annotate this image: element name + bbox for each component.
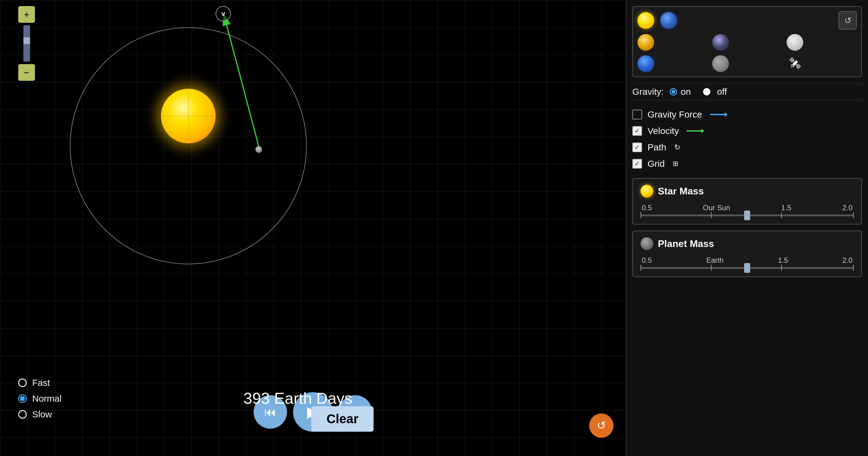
gravity-label: Gravity: — [632, 87, 663, 97]
star-body[interactable] — [161, 89, 216, 143]
grid-label: Grid — [648, 159, 665, 169]
body-option-star2[interactable] — [638, 34, 654, 51]
speed-controls: Fast Normal Slow — [18, 377, 62, 420]
gravity-on-radio[interactable] — [670, 88, 677, 95]
path-icon: ↻ — [674, 143, 680, 152]
planet-mass-track — [641, 267, 854, 269]
zoom-slider[interactable] — [23, 25, 30, 62]
body-option-earth2[interactable] — [638, 55, 654, 72]
gravity-on-label: on — [681, 87, 691, 97]
selected-bodies — [638, 12, 677, 29]
zoom-slider-thumb[interactable] — [23, 37, 30, 44]
star-mass-icon — [641, 185, 653, 197]
clear-button[interactable]: Clear — [311, 406, 374, 432]
velocity-vector — [0, 0, 626, 456]
reset-icon: ↺ — [597, 419, 606, 432]
reset-button[interactable]: ↺ — [589, 414, 614, 438]
speed-normal-radio[interactable] — [18, 394, 27, 403]
path-row: ✓ Path ↻ — [632, 142, 862, 153]
path-checkbox[interactable]: ✓ — [632, 143, 642, 152]
checkboxes-section: Gravity Force ✓ Velocity ✓ Path ↻ ✓ Grid… — [632, 106, 862, 172]
planet-mass-section: Planet Mass 0.5 Earth 1.5 2.0 — [632, 231, 862, 277]
gravity-off-radio[interactable] — [703, 88, 710, 95]
body-selector: ↺ 🛰 — [632, 6, 862, 77]
planet-mass-icon — [641, 237, 653, 250]
gravity-force-row: Gravity Force — [632, 110, 862, 120]
star-mass-label: Star Mass — [658, 186, 704, 197]
grid-row: ✓ Grid ⊞ — [632, 159, 862, 169]
speed-normal[interactable]: Normal — [18, 393, 62, 404]
body-option-moon2[interactable] — [712, 55, 729, 72]
sun-selected-icon[interactable] — [638, 12, 654, 29]
speed-fast-label: Fast — [32, 377, 50, 388]
star-mass-section: Star Mass 0.5 Our Sun 1.5 2.0 — [632, 178, 862, 224]
velocity-label: v — [216, 6, 231, 21]
gravity-section: Gravity: on off — [632, 83, 862, 100]
gravity-off-group[interactable]: off — [703, 87, 727, 97]
gravity-on-group[interactable]: on — [670, 87, 691, 97]
body-option-moon1[interactable] — [786, 34, 803, 51]
planet-body[interactable] — [255, 146, 262, 153]
speed-slow[interactable]: Slow — [18, 409, 62, 420]
orbit-path — [70, 27, 307, 264]
body-reset-icon: ↺ — [844, 16, 851, 26]
planet-mass-thumb[interactable] — [744, 263, 750, 273]
body-option-satellite[interactable]: 🛰 — [786, 55, 803, 72]
velocity-arrow-icon — [687, 130, 702, 131]
body-reset-button[interactable]: ↺ — [839, 11, 857, 29]
speed-fast-radio[interactable] — [18, 378, 27, 387]
star-mass-thumb[interactable] — [744, 211, 750, 220]
speed-fast[interactable]: Fast — [18, 377, 62, 388]
grid-icon: ⊞ — [673, 160, 678, 168]
simulation-area: v + − Fast Normal Slow ⏮ ▶ — [0, 0, 626, 456]
gravity-force-label: Gravity Force — [648, 110, 702, 120]
speed-slow-radio[interactable] — [18, 410, 27, 419]
planet-mass-label: Planet Mass — [658, 238, 714, 249]
zoom-out-button[interactable]: − — [18, 64, 35, 81]
svg-line-1 — [224, 14, 259, 146]
velocity-checkbox[interactable]: ✓ — [632, 126, 642, 136]
body-grid: 🛰 — [638, 34, 857, 72]
gravity-force-arrow-icon — [710, 114, 725, 115]
speed-slow-label: Slow — [32, 409, 52, 420]
zoom-controls: + − — [18, 6, 35, 81]
body-option-planet1[interactable] — [712, 34, 729, 51]
path-label: Path — [648, 142, 666, 153]
velocity-label: Velocity — [648, 126, 679, 136]
speed-normal-label: Normal — [32, 393, 62, 404]
star-mass-track — [641, 214, 854, 216]
gravity-off-label: off — [717, 87, 727, 97]
gravity-force-checkbox[interactable] — [632, 110, 642, 119]
right-panel: ↺ 🛰 Gravity: on off — [626, 0, 868, 456]
zoom-in-button[interactable]: + — [18, 6, 35, 23]
grid-checkbox[interactable]: ✓ — [632, 159, 642, 169]
earth-selected-icon[interactable] — [660, 12, 677, 29]
velocity-row: ✓ Velocity — [632, 126, 862, 136]
days-counter: 393 Earth Days — [244, 389, 352, 407]
